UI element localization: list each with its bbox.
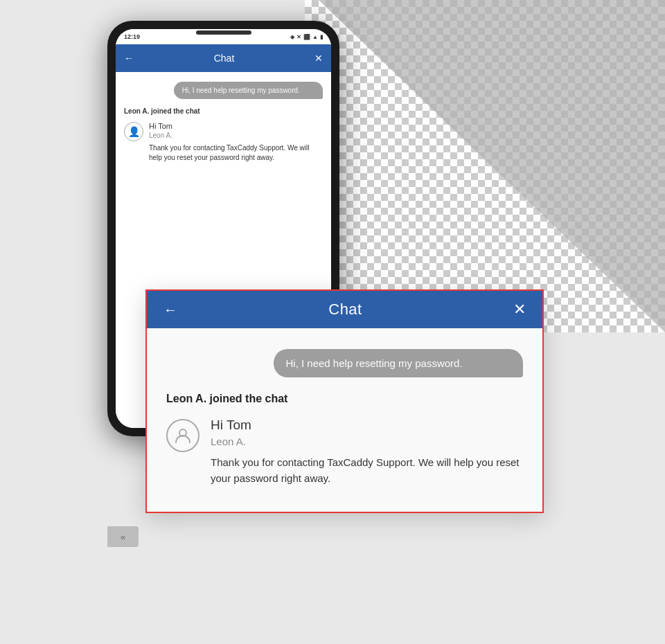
card-outgoing-bubble: Hi, I need help resetting my password. (274, 349, 524, 377)
phone-support-message: Thank you for contacting TaxCaddy Suppor… (149, 143, 323, 163)
card-join-notification: Leon A. joined the chat (166, 393, 523, 405)
card-support-message: Thank you for contacting TaxCaddy Suppor… (211, 454, 523, 487)
phone-avatar-icon: 👤 (128, 126, 140, 137)
card-message-content: Hi Tom Leon A. Thank you for contacting … (211, 418, 523, 487)
phone-notch (196, 30, 251, 35)
card-back-button[interactable]: ← (163, 302, 177, 318)
phone-back-button[interactable]: ← (124, 53, 134, 64)
card-avatar (166, 419, 200, 452)
card-chat-messages: Hi, I need help resetting my password. L… (147, 328, 542, 512)
triangle-overlay (319, 0, 665, 332)
card-greeting: Hi Tom (211, 418, 523, 433)
card-chat-title: Chat (328, 301, 362, 319)
phone-avatar: 👤 (124, 122, 143, 141)
status-time: 12:19 (124, 33, 140, 40)
phone-chat-title: Chat (214, 53, 235, 64)
phone-close-button[interactable]: ✕ (314, 53, 323, 64)
card-chat-header: ← Chat ✕ (147, 291, 542, 328)
phone-outgoing-bubble: Hi, I need help resetting my password. (174, 82, 323, 99)
phone-join-notification: Leon A. joined the chat (124, 107, 323, 115)
phone-greeting: Hi Tom (149, 122, 323, 130)
phone-sender-name: Leon A. (149, 132, 323, 139)
card-avatar-icon (173, 426, 193, 445)
card-message-row: Hi Tom Leon A. Thank you for contacting … (166, 418, 523, 487)
card-sender-name: Leon A. (211, 436, 523, 447)
reply-area: « (107, 526, 139, 547)
status-icons: ◈ ✕ ⬛ ▲ ▮ (290, 34, 323, 40)
phone-message-row: 👤 Hi Tom Leon A. Thank you for contactin… (124, 122, 323, 163)
card-close-button[interactable]: ✕ (513, 302, 526, 317)
phone-message-content: Hi Tom Leon A. Thank you for contacting … (149, 122, 323, 163)
phone-chat-header: ← Chat ✕ (116, 44, 331, 72)
chat-card: ← Chat ✕ Hi, I need help resetting my pa… (145, 289, 544, 513)
